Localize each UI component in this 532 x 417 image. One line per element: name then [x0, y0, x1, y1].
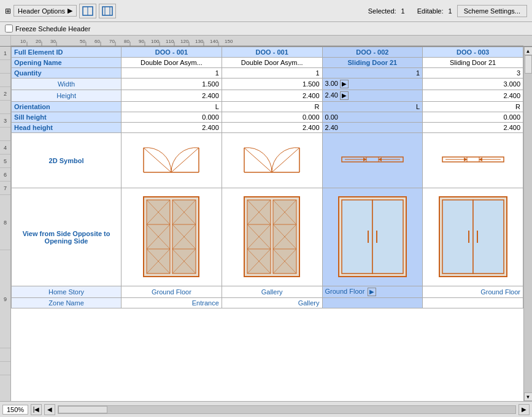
cell-zn-4[interactable]: [423, 298, 523, 308]
scroll-down-btn[interactable]: ▼: [524, 392, 533, 401]
status-bar: 150% |◀ ◀ ▶: [0, 401, 532, 417]
cell-qty-4[interactable]: 3: [423, 68, 523, 78]
cell-view-2: [222, 188, 322, 286]
scroll-h-right-btn[interactable]: ▶: [519, 404, 530, 415]
scroll-thumb-right[interactable]: [525, 55, 532, 74]
cell-oname-4[interactable]: Sliding Door 21: [423, 58, 523, 68]
view-icon-btn-2[interactable]: [99, 4, 116, 18]
cell-id-2[interactable]: DOO - 001: [222, 47, 322, 58]
cell-w-1[interactable]: 1.500: [121, 78, 222, 90]
row-2d-symbol: 2D Symbol: [12, 133, 523, 188]
header-options-button[interactable]: Header Options ▶: [13, 5, 77, 17]
label-opening-name: Opening Name: [12, 58, 121, 68]
cell-sh-1[interactable]: 0.000: [121, 112, 222, 123]
svg-line-42: [272, 148, 299, 172]
cell-id-1[interactable]: DOO - 001: [121, 47, 222, 58]
cell-sym-3: [322, 133, 423, 188]
grid-icon: ⊞: [5, 7, 11, 15]
nav-left-btn[interactable]: ◀: [44, 404, 55, 415]
nav-prev-btn[interactable]: |◀: [31, 404, 42, 415]
cell-or-3[interactable]: L: [322, 102, 423, 112]
label-head-height: Head height: [12, 123, 121, 133]
cell-or-1[interactable]: L: [121, 102, 222, 112]
svg-text:120: 120: [180, 39, 189, 44]
toolbar-left: ⊞ Header Options ▶: [5, 4, 116, 18]
cell-sh-2[interactable]: 0.000: [222, 112, 322, 123]
cell-w-2[interactable]: 1.500: [222, 78, 322, 90]
cell-h-4[interactable]: 2.400: [423, 90, 523, 102]
cell-hs3-text: Ground Floor: [325, 288, 365, 295]
cell-oname-1[interactable]: Double Door Asym...: [121, 58, 222, 68]
toolbar-right: Selected: 1 Editable: 1 Scheme Settings.…: [368, 5, 527, 17]
cell-zn-1[interactable]: Entrance: [121, 298, 222, 308]
zoom-level: 150%: [2, 405, 28, 415]
cell-hs-3[interactable]: Ground Floor ▶: [322, 286, 423, 298]
label-sill-height: Sill height: [12, 112, 121, 123]
svg-text:110: 110: [166, 39, 174, 44]
cell-oname-3[interactable]: Sliding Door 21: [322, 58, 423, 68]
cell-hh-2[interactable]: 2.400: [222, 123, 322, 133]
table-container: Full Element ID DOO - 001 DOO - 001 DOO …: [11, 47, 523, 401]
cell-hh-3[interactable]: 2.40: [322, 123, 423, 133]
freeze-checkbox[interactable]: [5, 25, 13, 33]
row-orientation: Orientation L R L R: [12, 102, 523, 112]
selected-value: 1: [401, 7, 405, 15]
cell-view-3: [322, 188, 423, 286]
scheme-settings-button[interactable]: Scheme Settings...: [457, 5, 527, 17]
svg-text:50: 50: [80, 39, 85, 44]
row-full-element-id: Full Element ID DOO - 001 DOO - 001 DOO …: [12, 47, 523, 58]
cell-qty-3[interactable]: 1: [322, 68, 423, 78]
cell-h-2[interactable]: 2.400: [222, 90, 322, 102]
scroll-up-btn[interactable]: ▲: [524, 47, 533, 55]
cell-hh-4[interactable]: 2.400: [423, 123, 523, 133]
row-view-from-side: View from Side Opposite to Opening Side: [12, 188, 523, 286]
ruler-svg: 10 20 30 50 60 70 80 90 100 110 120 130 …: [11, 36, 523, 46]
cell-zn-2[interactable]: Gallery: [222, 298, 322, 308]
freeze-row: Freeze Schedule Header: [0, 22, 532, 36]
symbol-svg-3: [333, 136, 412, 185]
cell-qty-1[interactable]: 1: [121, 68, 222, 78]
scrollbar-right: ▲ ▼: [523, 47, 532, 401]
cell-hs-2[interactable]: Gallery: [222, 286, 322, 298]
editable-label: Editable:: [417, 7, 444, 15]
expand-arrow-2[interactable]: ▶: [340, 91, 349, 100]
cell-hs-4[interactable]: Ground Floor: [423, 286, 523, 298]
cell-id-3[interactable]: DOO - 002: [322, 47, 423, 58]
freeze-label: Freeze Schedule Header: [15, 25, 90, 33]
row-head-height: Head height 2.400 2.400 2.40 2.400: [12, 123, 523, 133]
symbol-svg-4: [433, 136, 513, 185]
header-options-label: Header Options: [18, 7, 65, 15]
cell-qty-2[interactable]: 1: [222, 68, 322, 78]
svg-rect-2: [102, 7, 112, 15]
expand-arrow[interactable]: ▶: [340, 80, 349, 88]
view-icon-btn-1[interactable]: [79, 4, 96, 18]
scroll-h-track[interactable]: [58, 405, 516, 414]
cell-id-4[interactable]: DOO - 003: [423, 47, 523, 58]
svg-text:80: 80: [124, 39, 129, 44]
label-height: Height: [12, 90, 121, 102]
view-svg-1: [131, 191, 211, 283]
svg-text:20: 20: [36, 39, 41, 44]
svg-text:130: 130: [195, 39, 204, 44]
cell-hh-1[interactable]: 2.400: [121, 123, 222, 133]
scroll-h-thumb[interactable]: [58, 406, 107, 413]
cell-w-3[interactable]: 3.00 ▶: [322, 78, 423, 90]
cell-oname-2[interactable]: Double Door Asym...: [222, 58, 322, 68]
symbol-svg-1: [131, 136, 211, 185]
cell-or-4[interactable]: R: [423, 102, 523, 112]
cell-sh-3[interactable]: 0.00: [322, 112, 423, 123]
cell-zn-3[interactable]: [322, 298, 423, 308]
scroll-track-right[interactable]: [524, 55, 532, 392]
cell-w-4[interactable]: 3.000: [423, 78, 523, 90]
cell-h-3[interactable]: 2.40 ▶: [322, 90, 423, 102]
cell-sym-1: [121, 133, 222, 188]
view-icon-1: [82, 6, 93, 16]
cell-hs-1[interactable]: Ground Floor: [121, 286, 222, 298]
row-numbers: 1 2 3 4 5 6 7 8 9: [0, 47, 11, 401]
svg-text:10: 10: [20, 39, 26, 44]
sheet-table: Full Element ID DOO - 001 DOO - 001 DOO …: [11, 47, 523, 308]
expand-hs3[interactable]: ▶: [368, 288, 376, 296]
cell-h-1[interactable]: 2.400: [121, 90, 222, 102]
cell-sh-4[interactable]: 0.000: [423, 112, 523, 123]
cell-or-2[interactable]: R: [222, 102, 322, 112]
